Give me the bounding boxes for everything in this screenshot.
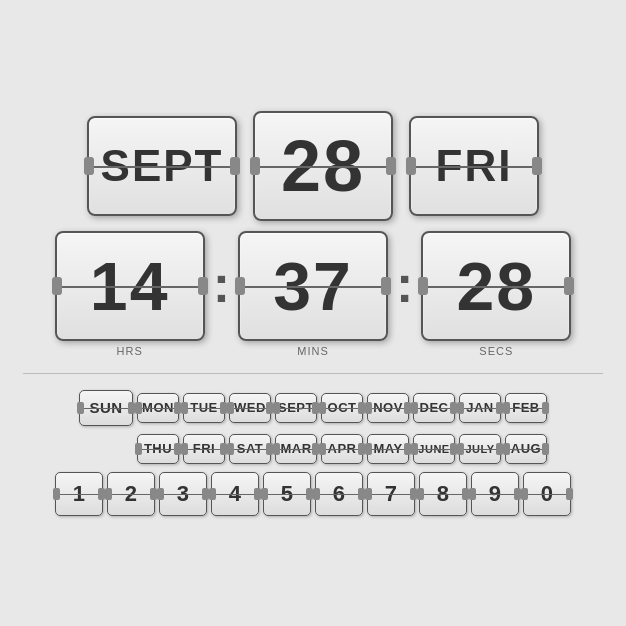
clip-left [365, 402, 372, 414]
day-wed: WED [234, 400, 266, 415]
clip-left [261, 488, 268, 500]
day-value: 28 [281, 125, 365, 207]
clip-left [52, 277, 62, 295]
clip-right [532, 157, 542, 175]
num-7: 7 [385, 481, 398, 507]
seconds-value: 28 [457, 247, 537, 325]
num-3: 3 [177, 481, 190, 507]
divider [23, 373, 603, 374]
day-sun-panel: SUN [79, 390, 133, 426]
num-2-panel: 2 [107, 472, 155, 516]
clip-right [410, 488, 417, 500]
month-aug-panel: AUG [505, 434, 547, 464]
clip-left [521, 488, 528, 500]
weekday-value: FRI [436, 141, 513, 191]
num-4: 4 [229, 481, 242, 507]
seconds-label: SECS [479, 345, 513, 357]
days-row2: THU FRI SAT MAR APR [79, 434, 547, 464]
clip-right [128, 402, 135, 414]
clip-right [386, 157, 396, 175]
month-dec-panel: DEC [413, 393, 455, 423]
num-6-panel: 6 [315, 472, 363, 516]
num-1-panel: 1 [55, 472, 103, 516]
minutes-panel: 37 [238, 231, 388, 341]
clip-left [418, 277, 428, 295]
month-june-panel: JUNE [413, 434, 455, 464]
clip-left [411, 402, 418, 414]
clip-left [406, 157, 416, 175]
day-wed-panel: WED [229, 393, 271, 423]
hours-label: HRS [117, 345, 143, 357]
main-container: SEPT 28 FRI 14 HRS : 37 [23, 111, 603, 516]
month-feb-panel: FEB [505, 393, 547, 423]
clip-right [358, 488, 365, 500]
hours-col: 14 HRS [55, 231, 205, 357]
num-9-panel: 9 [471, 472, 519, 516]
num-6: 6 [333, 481, 346, 507]
clip-right [98, 488, 105, 500]
num-9: 9 [489, 481, 502, 507]
month-mar-panel: MAR [275, 434, 317, 464]
clip-left [250, 157, 260, 175]
clip-left [235, 277, 245, 295]
minutes-value: 37 [273, 247, 353, 325]
month-feb: FEB [512, 400, 540, 415]
month-oct-panel: OCT [321, 393, 363, 423]
clip-left [157, 488, 164, 500]
clip-left [135, 402, 142, 414]
month-value: SEPT [101, 141, 224, 191]
month-apr: APR [328, 441, 357, 456]
clip-left [53, 488, 60, 500]
clip-right [266, 443, 273, 455]
num-1: 1 [73, 481, 86, 507]
clip-right [566, 488, 573, 500]
month-jan-panel: JAN [459, 393, 501, 423]
clip-right [312, 402, 319, 414]
clip-left [313, 488, 320, 500]
clip-left [365, 488, 372, 500]
month-jan: JAN [466, 400, 494, 415]
small-section: SUN MON TUE WED SEPT [23, 390, 603, 516]
clip-right [542, 443, 549, 455]
clip-right [202, 488, 209, 500]
month-july-panel: JULY [459, 434, 501, 464]
num-3-panel: 3 [159, 472, 207, 516]
clip-left [227, 443, 234, 455]
clip-left [365, 443, 372, 455]
clip-left [181, 443, 188, 455]
clip-left [503, 402, 510, 414]
month-apr-panel: APR [321, 434, 363, 464]
month-oct: OCT [328, 400, 357, 415]
day-sat: SAT [237, 441, 264, 456]
days-row: SUN MON TUE WED SEPT [79, 390, 547, 426]
day-fri: FRI [193, 441, 215, 456]
clip-right [174, 402, 181, 414]
num-8: 8 [437, 481, 450, 507]
num-0-panel: 0 [523, 472, 571, 516]
day-thu-panel: THU [137, 434, 179, 464]
hours-panel: 14 [55, 231, 205, 341]
clip-right [230, 157, 240, 175]
clip-left [105, 488, 112, 500]
day-panel: 28 [253, 111, 393, 221]
clip-left [209, 488, 216, 500]
minutes-label: MINS [297, 345, 329, 357]
clip-right [358, 402, 365, 414]
num-5: 5 [281, 481, 294, 507]
clip-left [457, 402, 464, 414]
clip-left [181, 402, 188, 414]
clip-left [135, 443, 142, 455]
clip-right [220, 443, 227, 455]
clip-left [319, 402, 326, 414]
month-july: JULY [465, 443, 494, 455]
clip-left [503, 443, 510, 455]
day-sun: SUN [89, 399, 122, 416]
num-0: 0 [541, 481, 554, 507]
clip-left [469, 488, 476, 500]
num-5-panel: 5 [263, 472, 311, 516]
colon-2: : [396, 254, 413, 334]
weekday-panel: FRI [409, 116, 539, 216]
top-row: SEPT 28 FRI [87, 111, 539, 221]
num-4-panel: 4 [211, 472, 259, 516]
month-aug: AUG [511, 441, 541, 456]
